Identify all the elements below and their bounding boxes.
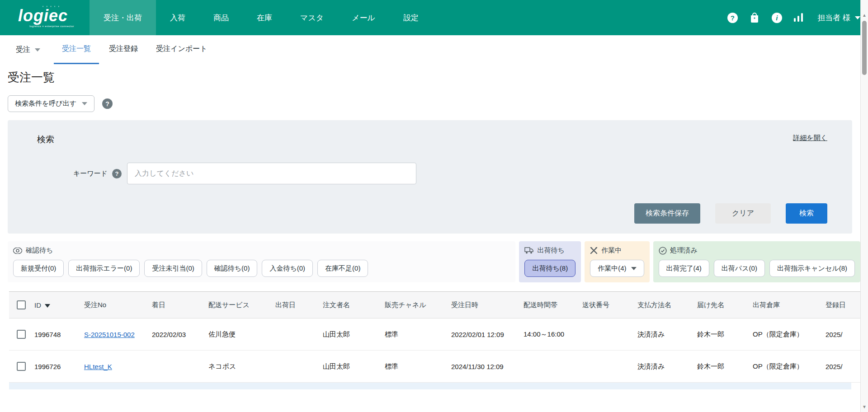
- chevron-down-icon: [82, 102, 87, 105]
- vertical-scrollbar[interactable]: ▲ ▼: [860, 0, 868, 412]
- column-header-payment-method[interactable]: 支払方法名: [634, 292, 693, 318]
- info-icon[interactable]: i: [771, 12, 782, 23]
- tab-order-list[interactable]: 受注一覧: [54, 35, 99, 64]
- chevron-down-icon: [631, 267, 637, 270]
- load-conditions-row: 検索条件を呼び出す ?: [8, 95, 868, 112]
- filter-awaiting-payment[interactable]: 入金待ち(0): [262, 260, 313, 277]
- keyword-help-icon[interactable]: ?: [112, 169, 122, 178]
- column-header-order-datetime[interactable]: 受注日時: [448, 292, 520, 318]
- help-icon[interactable]: ?: [727, 12, 738, 23]
- status-group-in-progress: 作業中 作業中(4): [585, 241, 649, 282]
- load-search-conditions-button[interactable]: 検索条件を呼び出す: [8, 95, 94, 112]
- order-section-dropdown[interactable]: 受注: [16, 45, 40, 55]
- help-tooltip-icon[interactable]: ?: [102, 98, 113, 109]
- save-search-conditions-button[interactable]: 検索条件保存: [634, 203, 700, 224]
- cell-payment-method: 決済済み: [634, 351, 693, 383]
- filter-in-progress-dropdown[interactable]: 作業中(4): [590, 260, 644, 277]
- column-header-ship-date[interactable]: 出荷日: [272, 292, 319, 318]
- cell-ship-date: [272, 351, 319, 383]
- status-group-awaiting-shipment: 出荷待ち 出荷待ち(8): [519, 241, 581, 282]
- column-header-warehouse[interactable]: 出荷倉庫: [749, 292, 822, 318]
- cell-sales-channel: 標準: [381, 351, 448, 383]
- order-no-link[interactable]: S-20251015-002: [84, 331, 135, 338]
- cell-arrival-date: [148, 351, 205, 383]
- column-header-time-slot[interactable]: 配送時間帯: [520, 292, 579, 318]
- main-nav: 受注・出荷 入荷 商品 在庫 マスタ メール 設定: [90, 0, 433, 35]
- filter-unallocated[interactable]: 受注未引当(0): [144, 260, 202, 277]
- nav-item-products[interactable]: 商品: [199, 0, 243, 35]
- tools-icon: [590, 247, 598, 254]
- column-header-tracking-no[interactable]: 送状番号: [579, 292, 634, 318]
- orders-table: ID 受注No 着日 配送サービス 出荷日 注文者名 販売チャネル 受注日時 配…: [9, 291, 860, 383]
- column-header-arrival-date[interactable]: 着日: [148, 292, 205, 318]
- cell-delivery-service: ネコポス: [205, 351, 272, 383]
- status-filter-row: 確認待ち 新規受付(0) 出荷指示エラー(0) 受注未引当(0) 確認待ち(0)…: [8, 241, 860, 282]
- column-header-order-no[interactable]: 受注No: [80, 292, 148, 318]
- column-header-registered-date[interactable]: 登録日: [822, 292, 860, 318]
- filter-new-received[interactable]: 新規受付(0): [13, 260, 64, 277]
- cell-order-datetime: 2024/11/30 12:09: [448, 351, 520, 383]
- column-header-orderer-name[interactable]: 注文者名: [319, 292, 381, 318]
- nav-item-inventory[interactable]: 在庫: [243, 0, 286, 35]
- cell-tracking-no: [579, 318, 634, 351]
- tab-order-register[interactable]: 受注登録: [101, 35, 146, 64]
- tab-order-import[interactable]: 受注インポート: [148, 35, 216, 64]
- column-header-id[interactable]: ID: [31, 292, 80, 318]
- check-circle-icon: [659, 247, 667, 255]
- filter-out-of-stock[interactable]: 在庫不足(0): [317, 260, 368, 277]
- scrollbar-thumb[interactable]: [862, 21, 867, 75]
- user-menu[interactable]: 担当者 様: [817, 13, 860, 23]
- filter-ship-instruction-error[interactable]: 出荷指示エラー(0): [68, 260, 140, 277]
- filter-awaiting-shipment[interactable]: 出荷待ち(8): [524, 260, 576, 277]
- order-no-link[interactable]: HLtest_K: [84, 363, 112, 370]
- select-all-checkbox[interactable]: [17, 300, 26, 309]
- column-header-delivery-service[interactable]: 配送サービス: [205, 292, 272, 318]
- row-checkbox[interactable]: [17, 362, 26, 371]
- chevron-down-icon: [35, 48, 40, 52]
- page-title: 受注一覧: [8, 70, 868, 85]
- nav-item-master[interactable]: マスタ: [286, 0, 338, 35]
- table-row: 1996726 HLtest_K ネコポス 山田太郎 標準 2024/11/30…: [9, 351, 860, 383]
- filter-pending-confirmation[interactable]: 確認待ち(0): [207, 260, 258, 277]
- row-checkbox[interactable]: [17, 330, 26, 339]
- filter-shipment-complete[interactable]: 出荷完了(4): [659, 260, 709, 277]
- cell-time-slot: [520, 351, 579, 383]
- status-group-label: 処理済み: [670, 246, 698, 255]
- cell-delivery-service: 佐川急便: [205, 318, 272, 351]
- clear-button[interactable]: クリア: [715, 203, 771, 224]
- scroll-down-arrow[interactable]: ▼: [861, 404, 868, 409]
- app-logo[interactable]: ' ' ' ' ' logiec logistics × enterprise …: [9, 0, 77, 35]
- search-panel-title: 検索: [37, 134, 54, 145]
- cell-registered-date: 2025/: [822, 351, 860, 383]
- cell-registered-date: 2025/: [822, 318, 860, 351]
- cell-id: 1996748: [31, 318, 80, 351]
- cell-orderer-name: 山田太郎: [319, 351, 381, 383]
- keyword-input[interactable]: [127, 163, 416, 184]
- eye-icon: [13, 248, 22, 254]
- column-header-recipient-name[interactable]: 届け先名: [693, 292, 749, 318]
- cell-recipient-name: 鈴木一郎: [693, 351, 749, 383]
- filter-ship-instruction-cancel[interactable]: 出荷指示キャンセル(8): [769, 260, 855, 277]
- open-details-link[interactable]: 詳細を開く: [793, 134, 827, 142]
- status-group-label: 出荷待ち: [537, 246, 564, 255]
- stats-icon[interactable]: [793, 12, 804, 23]
- bag-icon[interactable]: [749, 12, 760, 23]
- nav-item-orders-shipping[interactable]: 受注・出荷: [90, 0, 156, 35]
- filter-shipment-pass[interactable]: 出荷パス(0): [714, 260, 765, 277]
- table-header-row: ID 受注No 着日 配送サービス 出荷日 注文者名 販売チャネル 受注日時 配…: [9, 292, 860, 318]
- nav-item-mail[interactable]: メール: [338, 0, 389, 35]
- tabs: 受注一覧 受注登録 受注インポート: [53, 35, 217, 64]
- nav-item-settings[interactable]: 設定: [389, 0, 433, 35]
- column-header-sales-channel[interactable]: 販売チャネル: [381, 292, 448, 318]
- cell-arrival-date: 2022/02/03: [148, 318, 205, 351]
- topbar-right-cluster: ? i 担当者 様: [727, 0, 860, 35]
- top-navigation-bar: ' ' ' ' ' logiec logistics × enterprise …: [0, 0, 868, 35]
- logo-tagline: logistics × enterprise connector: [29, 25, 74, 28]
- status-group-processed: 処理済み 出荷完了(4) 出荷パス(0) 出荷指示キャンセル(8): [653, 241, 860, 282]
- nav-item-inbound[interactable]: 入荷: [156, 0, 199, 35]
- status-group-label: 作業中: [601, 246, 622, 255]
- search-button[interactable]: 検索: [786, 203, 827, 224]
- cell-sales-channel: 標準: [381, 318, 448, 351]
- user-name: 担当者 様: [817, 13, 850, 23]
- scroll-up-arrow[interactable]: ▲: [861, 13, 868, 18]
